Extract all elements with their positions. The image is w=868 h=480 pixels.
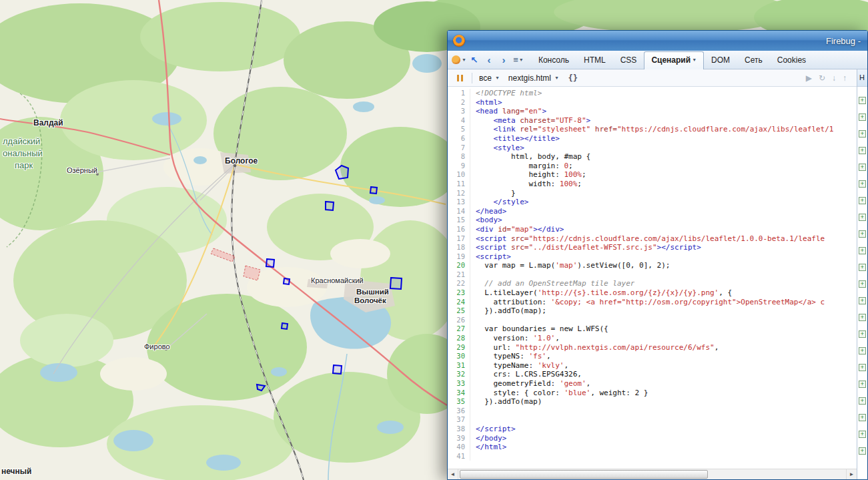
expand-icon[interactable]: + <box>859 330 866 338</box>
watch-row[interactable]: + <box>857 176 867 193</box>
tab-net[interactable]: Сеть <box>737 51 770 69</box>
tab-script[interactable]: Сценарий ▼ <box>644 51 704 69</box>
line-number[interactable]: 35 <box>448 397 470 407</box>
line-number[interactable]: 26 <box>448 316 470 325</box>
tab-cookies[interactable]: Cookies <box>770 51 813 69</box>
tab-console[interactable]: Консоль <box>531 51 576 69</box>
horizontal-scrollbar[interactable]: ◄ ► <box>448 469 857 479</box>
expand-icon[interactable]: + <box>859 347 866 354</box>
scrollbar-track[interactable] <box>458 469 846 479</box>
expand-icon[interactable]: + <box>859 397 866 405</box>
scrollbar-thumb[interactable] <box>460 470 708 479</box>
scroll-left-button[interactable]: ◄ <box>448 469 458 479</box>
watch-row[interactable]: + <box>857 276 867 293</box>
line-number[interactable]: 4 <box>448 116 470 126</box>
panel-list-button[interactable]: ≡ ▼ <box>512 53 525 67</box>
break-on-next-button[interactable] <box>453 71 466 85</box>
line-number[interactable]: 12 <box>448 189 470 198</box>
line-number[interactable]: 40 <box>448 443 470 452</box>
line-number[interactable]: 31 <box>448 361 470 371</box>
expand-icon[interactable]: + <box>859 214 866 221</box>
expand-icon[interactable]: + <box>859 264 866 271</box>
expand-icon[interactable]: + <box>859 381 866 388</box>
line-number[interactable]: 2 <box>448 98 470 107</box>
line-number[interactable]: 10 <box>448 170 470 180</box>
watch-row[interactable]: + <box>857 377 867 393</box>
watch-row[interactable]: + <box>857 226 867 243</box>
watch-row[interactable]: + <box>857 126 867 143</box>
tab-css[interactable]: CSS <box>613 51 644 69</box>
tab-dom[interactable]: DOM <box>704 51 737 69</box>
scroll-right-button[interactable]: ► <box>846 469 857 479</box>
line-number[interactable]: 16 <box>448 225 470 234</box>
line-number[interactable]: 21 <box>448 270 470 280</box>
watch-panel-header[interactable]: Н <box>857 69 867 87</box>
line-number[interactable]: 20 <box>448 261 470 270</box>
line-number[interactable]: 15 <box>448 216 470 225</box>
line-number[interactable]: 41 <box>448 452 470 461</box>
window-titlebar[interactable]: Firebug - <box>448 31 867 51</box>
watch-row[interactable]: + <box>857 143 867 160</box>
expand-icon[interactable]: + <box>859 97 866 104</box>
line-number[interactable]: 29 <box>448 343 470 352</box>
watch-row[interactable]: + <box>857 293 867 310</box>
watch-row[interactable]: + <box>857 443 867 460</box>
expand-icon[interactable]: + <box>859 314 866 321</box>
pretty-print-button[interactable]: {} <box>566 71 580 85</box>
line-number[interactable]: 13 <box>448 198 470 207</box>
expand-icon[interactable]: + <box>859 414 866 421</box>
line-number[interactable]: 18 <box>448 243 470 252</box>
line-number[interactable]: 38 <box>448 425 470 434</box>
watch-row[interactable]: + <box>857 393 867 410</box>
line-number[interactable]: 39 <box>448 434 470 443</box>
expand-icon[interactable]: + <box>859 180 866 188</box>
expand-icon[interactable]: + <box>859 280 866 288</box>
expand-icon[interactable]: + <box>859 364 866 371</box>
watch-row[interactable]: + <box>857 243 867 260</box>
step-out-icon[interactable]: ↑ <box>843 73 847 83</box>
expand-icon[interactable]: + <box>859 297 866 304</box>
line-number[interactable]: 8 <box>448 152 470 162</box>
line-number[interactable]: 3 <box>448 107 470 116</box>
watch-row[interactable]: + <box>857 160 867 176</box>
tab-html[interactable]: HTML <box>576 51 613 69</box>
forward-button[interactable]: › <box>497 53 510 67</box>
watch-row[interactable]: + <box>857 193 867 210</box>
watch-row[interactable]: + <box>857 210 867 226</box>
expand-icon[interactable]: + <box>859 130 866 138</box>
line-number[interactable]: 5 <box>448 125 470 134</box>
line-number[interactable]: 28 <box>448 334 470 343</box>
line-number[interactable]: 14 <box>448 207 470 216</box>
expand-icon[interactable]: + <box>859 147 866 154</box>
script-filter-dropdown[interactable]: все ▼ <box>477 72 502 84</box>
watch-row[interactable]: + <box>857 310 867 326</box>
line-number[interactable]: 1 <box>448 89 470 98</box>
line-number[interactable]: 27 <box>448 324 470 334</box>
firebug-menu-button[interactable]: ▼ <box>452 53 466 67</box>
expand-icon[interactable]: + <box>859 230 866 238</box>
line-number[interactable]: 30 <box>448 352 470 361</box>
line-number[interactable]: 32 <box>448 370 470 379</box>
watch-row[interactable]: + <box>857 93 867 109</box>
line-number[interactable]: 25 <box>448 306 470 316</box>
line-number[interactable]: 37 <box>448 415 470 425</box>
line-number[interactable]: 6 <box>448 134 470 144</box>
expand-icon[interactable]: + <box>859 164 866 171</box>
watch-row[interactable]: + <box>857 109 867 126</box>
line-number[interactable]: 36 <box>448 407 470 416</box>
watch-row[interactable]: + <box>857 427 867 443</box>
expand-icon[interactable]: + <box>859 431 866 438</box>
step-into-icon[interactable]: ↓ <box>832 73 836 83</box>
line-number[interactable]: 33 <box>448 379 470 389</box>
watch-row[interactable]: + <box>857 343 867 360</box>
source-view[interactable]: 1<!DOCTYPE html>2<html>3<head lang="en">… <box>448 87 857 469</box>
watch-row[interactable]: + <box>857 410 867 427</box>
expand-icon[interactable]: + <box>859 113 866 121</box>
line-number[interactable]: 34 <box>448 389 470 398</box>
line-number[interactable]: 22 <box>448 279 470 288</box>
line-number[interactable]: 17 <box>448 234 470 244</box>
expand-icon[interactable]: + <box>859 247 866 254</box>
expand-icon[interactable]: + <box>859 197 866 204</box>
step-over-icon[interactable]: ↻ <box>819 73 825 83</box>
line-number[interactable]: 19 <box>448 252 470 262</box>
